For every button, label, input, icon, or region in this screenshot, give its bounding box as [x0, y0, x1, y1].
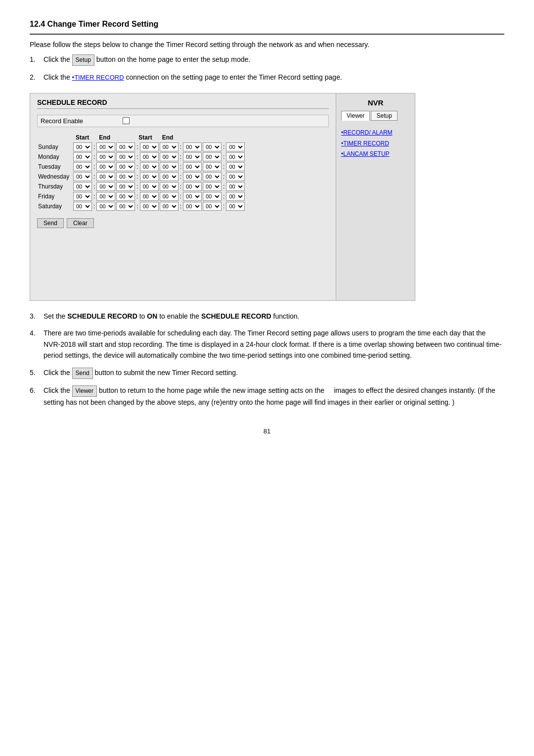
time-select[interactable]: 0001020304050607080910111213141516171819… [140, 142, 159, 151]
clear-button[interactable]: Clear [67, 218, 94, 228]
time-select[interactable]: 0001020304050607080910111213141516171819… [140, 182, 159, 191]
time-select[interactable]: 0001020304050607080910111213141516171819… [183, 152, 202, 161]
time-select[interactable]: 0001020304050607080910111213141516171819… [203, 162, 222, 171]
time-select[interactable]: 0001020304050607080910111213141516171819… [183, 202, 202, 211]
time-select[interactable]: 0001020304050607080910111213141516171819… [160, 152, 178, 161]
setup-tab[interactable]: Setup [371, 111, 397, 121]
time-select[interactable]: 0001020304050607080910111213141516171819… [140, 192, 159, 201]
time-select[interactable]: 0001020304050607080910111213141516171819… [226, 142, 245, 151]
time-select[interactable]: 0001020304050607080910111213141516171819… [96, 142, 115, 151]
time-hour-cell: 0001020304050607080910111213141516171819… [73, 152, 92, 162]
time-select[interactable]: 0001020304050607080910111213141516171819… [140, 202, 159, 211]
day-label: Wednesday [37, 172, 73, 182]
send-button[interactable]: Send [37, 218, 64, 228]
step-6: 6. Click the Viewer button to return to … [30, 385, 504, 408]
time-hour-cell: 0001020304050607080910111213141516171819… [73, 191, 92, 201]
time-select[interactable]: 0001020304050607080910111213141516171819… [116, 182, 135, 191]
timer-record-link[interactable]: •TIMER RECORD [341, 139, 410, 149]
time-select[interactable]: 0001020304050607080910111213141516171819… [116, 162, 135, 171]
time-select[interactable]: 0001020304050607080910111213141516171819… [73, 162, 92, 171]
time-select[interactable]: 0001020304050607080910111213141516171819… [96, 162, 115, 171]
step-4: 4. There are two time-periods available … [30, 328, 504, 361]
time-select[interactable]: 0001020304050607080910111213141516171819… [116, 202, 135, 211]
step-3-text: Set the SCHEDULE RECORD to ON to enable … [44, 311, 299, 322]
time-select[interactable]: 0001020304050607080910111213141516171819… [226, 152, 245, 161]
time-select[interactable]: 0001020304050607080910111213141516171819… [160, 142, 178, 151]
day-label: Tuesday [37, 162, 73, 172]
step-2-num: 2. [30, 72, 40, 83]
time-select[interactable]: 0001020304050607080910111213141516171819… [160, 192, 178, 201]
th-start1: Start [73, 133, 96, 142]
time-select[interactable]: 0001020304050607080910111213141516171819… [140, 172, 159, 181]
viewer-tab[interactable]: Viewer [341, 111, 370, 121]
time-select[interactable]: 0001020304050607080910111213141516171819… [96, 182, 115, 191]
time-hour-cell: 0001020304050607080910111213141516171819… [116, 152, 135, 162]
time-select[interactable]: 0001020304050607080910111213141516171819… [116, 192, 135, 201]
time-select[interactable]: 0001020304050607080910111213141516171819… [96, 172, 115, 181]
time-colon: : [222, 172, 225, 182]
time-select[interactable]: 0001020304050607080910111213141516171819… [160, 182, 178, 191]
time-hour-cell: 0001020304050607080910111213141516171819… [116, 191, 135, 201]
time-select[interactable]: 0001020304050607080910111213141516171819… [96, 202, 115, 211]
time-minute-cell: 0001020304050607080910111213141516171819… [182, 162, 202, 172]
ui-main-area: SCHEDULE RECORD Record Enable Start End … [30, 94, 336, 300]
time-select[interactable]: 0001020304050607080910111213141516171819… [203, 172, 222, 181]
time-minute-cell: 0001020304050607080910111213141516171819… [182, 152, 202, 162]
time-select[interactable]: 0001020304050607080910111213141516171819… [116, 172, 135, 181]
time-select[interactable]: 0001020304050607080910111213141516171819… [140, 162, 159, 171]
time-select[interactable]: 0001020304050607080910111213141516171819… [73, 182, 92, 191]
time-select[interactable]: 0001020304050607080910111213141516171819… [116, 142, 135, 151]
time-minute-cell: 0001020304050607080910111213141516171819… [96, 142, 116, 152]
timer-record-link-inline[interactable]: •TIMER RECORD [72, 74, 124, 81]
time-select[interactable]: 0001020304050607080910111213141516171819… [73, 202, 92, 211]
time-colon: : [92, 172, 96, 182]
time-select[interactable]: 0001020304050607080910111213141516171819… [226, 202, 245, 211]
time-select[interactable]: 0001020304050607080910111213141516171819… [160, 202, 178, 211]
time-select[interactable]: 0001020304050607080910111213141516171819… [116, 152, 135, 161]
time-select[interactable]: 0001020304050607080910111213141516171819… [183, 172, 202, 181]
time-select[interactable]: 0001020304050607080910111213141516171819… [226, 162, 245, 171]
lancam-setup-link[interactable]: •LANCAM SETUP [341, 149, 410, 160]
time-select[interactable]: 0001020304050607080910111213141516171819… [226, 192, 245, 201]
record-alarm-link[interactable]: •RECORD/ ALARM [341, 128, 410, 139]
time-colon: : [135, 152, 139, 162]
viewer-button-inline: Viewer [72, 385, 97, 397]
timer-table-body: Sunday0001020304050607080910111213141516… [37, 142, 245, 211]
time-select[interactable]: 0001020304050607080910111213141516171819… [183, 192, 202, 201]
th-day [37, 133, 73, 142]
top-steps: 1. Click the Setup button on the home pa… [30, 54, 504, 83]
time-hour-cell: 0001020304050607080910111213141516171819… [202, 191, 222, 201]
time-colon: : [179, 172, 182, 182]
time-select[interactable]: 0001020304050607080910111213141516171819… [203, 142, 222, 151]
th-start2: Start [135, 133, 159, 142]
time-select[interactable]: 0001020304050607080910111213141516171819… [183, 182, 202, 191]
step-6-text: Click the Viewer button to return to the… [44, 385, 504, 408]
time-colon: : [222, 142, 225, 152]
time-select[interactable]: 0001020304050607080910111213141516171819… [203, 202, 222, 211]
time-select[interactable]: 0001020304050607080910111213141516171819… [226, 172, 245, 181]
time-select[interactable]: 0001020304050607080910111213141516171819… [183, 162, 202, 171]
time-hour-cell: 0001020304050607080910111213141516171819… [116, 182, 135, 191]
time-colon: : [135, 191, 139, 201]
time-hour-cell: 0001020304050607080910111213141516171819… [73, 182, 92, 191]
time-select[interactable]: 0001020304050607080910111213141516171819… [160, 162, 178, 171]
time-select[interactable]: 0001020304050607080910111213141516171819… [203, 182, 222, 191]
schedule-record-title: SCHEDULE RECORD [37, 98, 329, 109]
time-select[interactable]: 0001020304050607080910111213141516171819… [96, 192, 115, 201]
time-select[interactable]: 0001020304050607080910111213141516171819… [203, 192, 222, 201]
time-select[interactable]: 0001020304050607080910111213141516171819… [226, 182, 245, 191]
time-select[interactable]: 0001020304050607080910111213141516171819… [73, 172, 92, 181]
time-select[interactable]: 0001020304050607080910111213141516171819… [203, 152, 222, 161]
time-hour-cell: 0001020304050607080910111213141516171819… [202, 142, 222, 152]
time-select[interactable]: 0001020304050607080910111213141516171819… [73, 142, 92, 151]
time-select[interactable]: 0001020304050607080910111213141516171819… [73, 152, 92, 161]
time-select[interactable]: 0001020304050607080910111213141516171819… [96, 152, 115, 161]
time-select[interactable]: 0001020304050607080910111213141516171819… [183, 142, 202, 151]
time-select[interactable]: 0001020304050607080910111213141516171819… [140, 152, 159, 161]
time-select[interactable]: 0001020304050607080910111213141516171819… [73, 192, 92, 201]
th-end2: End [159, 133, 182, 142]
time-select[interactable]: 0001020304050607080910111213141516171819… [160, 172, 178, 181]
record-enable-checkbox[interactable] [123, 117, 130, 124]
time-minute-cell: 0001020304050607080910111213141516171819… [139, 162, 159, 172]
table-row: Saturday00010203040506070809101112131415… [37, 201, 245, 211]
